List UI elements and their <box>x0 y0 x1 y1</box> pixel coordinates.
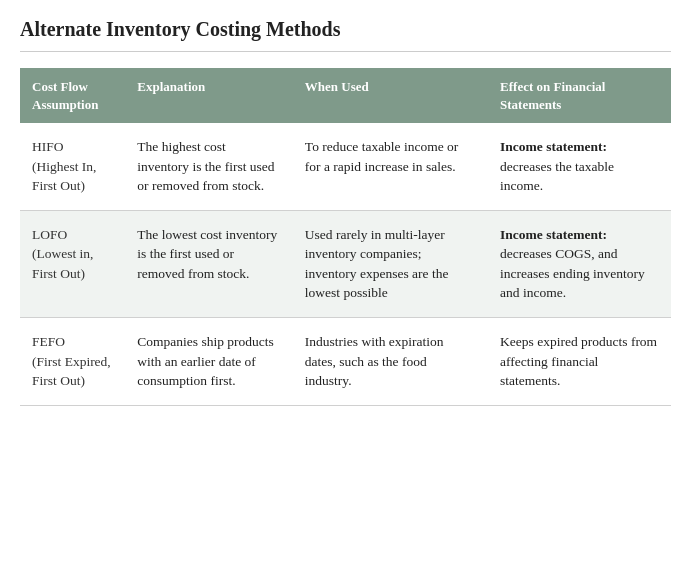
cell-effect: Income statement: decreases COGS, and in… <box>488 210 671 317</box>
cell-when-used: To reduce taxable income or for a rapid … <box>293 123 488 210</box>
cell-cost-flow: FEFO (First Expired, First Out) <box>20 318 125 406</box>
cell-cost-flow: HIFO (Highest In, First Out) <box>20 123 125 210</box>
header-effect: Effect on Financial Statements <box>488 68 671 123</box>
page-title: Alternate Inventory Costing Methods <box>20 18 671 52</box>
effect-label: Income statement: <box>500 139 607 154</box>
cell-effect: Income statement: decreases the taxable … <box>488 123 671 210</box>
table-row: LOFO (Lowest in, First Out)The lowest co… <box>20 210 671 317</box>
table-row: FEFO (First Expired, First Out)Companies… <box>20 318 671 406</box>
cell-when-used: Used rarely in multi-layer inventory com… <box>293 210 488 317</box>
cell-effect: Keeps expired products from affecting fi… <box>488 318 671 406</box>
cell-explanation: The lowest cost inventory is the first u… <box>125 210 293 317</box>
table-row: HIFO (Highest In, First Out)The highest … <box>20 123 671 210</box>
cell-cost-flow: LOFO (Lowest in, First Out) <box>20 210 125 317</box>
cell-explanation: Companies ship products with an earlier … <box>125 318 293 406</box>
header-when-used: When Used <box>293 68 488 123</box>
cell-explanation: The highest cost inventory is the first … <box>125 123 293 210</box>
header-cost-flow: Cost Flow Assumption <box>20 68 125 123</box>
costing-methods-table: Cost Flow Assumption Explanation When Us… <box>20 68 671 406</box>
effect-label: Income statement: <box>500 227 607 242</box>
cell-when-used: Industries with expiration dates, such a… <box>293 318 488 406</box>
header-explanation: Explanation <box>125 68 293 123</box>
